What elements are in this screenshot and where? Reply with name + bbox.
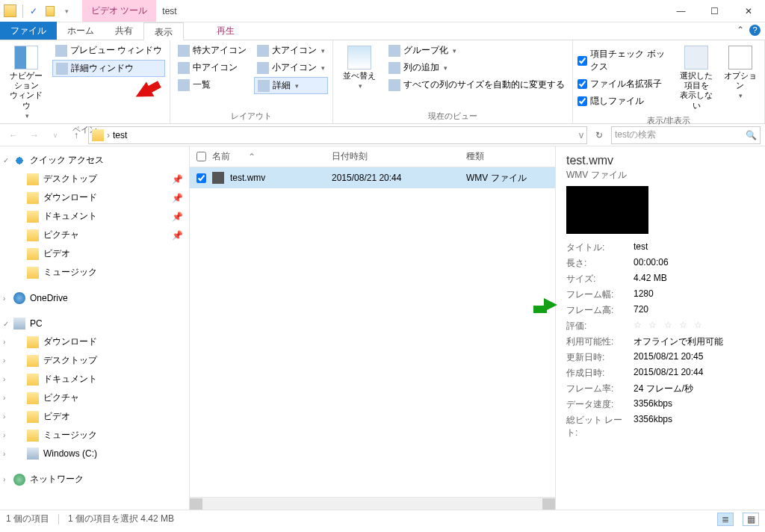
layout-small-button[interactable]: 小アイコン▾ [254,60,328,75]
nav-desktop[interactable]: デスクトップ📌 [0,170,189,188]
nav-downloads[interactable]: ダウンロード📌 [0,188,189,207]
help-button[interactable]: ? [749,25,761,36]
extensions-checkbox[interactable]: ファイル名拡張子 [577,77,672,91]
scroll-left-button[interactable] [190,498,202,510]
autofit-button[interactable]: すべての列のサイズを自動的に変更する [385,77,568,93]
maximize-button[interactable]: ☐ [698,0,731,22]
nav-pictures[interactable]: ピクチャ📌 [0,226,189,244]
nav-documents[interactable]: ドキュメント📌 [0,207,189,226]
layout-details-button[interactable]: 詳細▾ [254,77,328,94]
ribbon-collapse-button[interactable]: ⌃ [737,25,744,35]
sort-button[interactable]: 並べ替え ▾ [338,43,381,109]
column-type[interactable]: 種類 [466,150,555,163]
chevron-down-icon[interactable]: ✓ [3,320,9,328]
addcolumns-button[interactable]: 列の追加▾ [385,60,568,75]
file-list[interactable]: 名前⌃ 日付時刻 種類 test.wmv 2015/08/21 20:44 WM… [190,146,556,510]
chevron-right-icon[interactable]: › [3,431,5,439]
refresh-button[interactable]: ↻ [590,126,608,144]
layout-large-button[interactable]: 大アイコン▾ [254,43,328,58]
recent-button[interactable]: v [46,126,64,144]
chevron-down-icon: ▾ [295,82,299,90]
detail-row: タイトル:test [566,240,755,256]
back-button[interactable]: ← [4,126,22,144]
nav-network[interactable]: ›ネットワーク [0,470,189,489]
nav-pc-videos[interactable]: ›ビデオ [0,407,189,426]
tab-file[interactable]: ファイル [0,22,57,40]
chevron-right-icon[interactable]: › [3,294,5,303]
chevron-down-icon[interactable]: ✓ [3,156,9,164]
breadcrumb[interactable]: › test v [88,126,587,144]
folder-icon [27,374,39,386]
disk-icon [27,448,39,460]
file-row[interactable]: test.wmv 2015/08/21 20:44 WMV ファイル [190,167,555,188]
qat-customize-button[interactable]: ▾ [58,3,75,19]
detail-row: 評価:☆ ☆ ☆ ☆ ☆ [566,318,755,334]
nav-pc[interactable]: ✓PC [0,315,189,332]
nav-pc-downloads[interactable]: ›ダウンロード [0,332,189,351]
hiddenitems-checkbox[interactable]: 隠しファイル [577,94,672,108]
pin-icon: 📌 [172,230,183,241]
nav-pc-music[interactable]: ›ミュージック [0,426,189,445]
chevron-right-icon[interactable]: › [3,375,5,383]
nav-pc-desktop[interactable]: ›デスクトップ [0,351,189,370]
minimize-button[interactable]: — [664,0,698,22]
navigation-pane[interactable]: ✓クイック アクセス デスクトップ📌 ダウンロード📌 ドキュメント📌 ピクチャ📌… [0,146,190,510]
list-icon [178,79,190,91]
chevron-right-icon[interactable]: › [3,394,5,402]
detail-row: フレーム率:24 フレーム/秒 [566,381,755,397]
chevron-right-icon[interactable]: › [107,130,110,140]
hideselected-button[interactable]: 選択した項目を 表示しない [677,43,716,114]
chevron-right-icon[interactable]: › [3,475,5,483]
chevron-right-icon[interactable]: › [3,412,5,421]
layout-list-button[interactable]: 一覧 [175,77,250,93]
rating-stars[interactable]: ☆ ☆ ☆ ☆ ☆ [634,318,755,334]
options-button[interactable]: オプション ▾ [720,43,760,114]
qat-properties-button[interactable]: ✓ [25,3,42,19]
view-details-button[interactable]: ≣ [717,513,734,526]
scroll-right-button[interactable] [542,498,555,510]
nav-pc-pictures[interactable]: ›ピクチャ [0,389,189,407]
chevron-right-icon[interactable]: › [3,356,5,365]
itemcheckboxes-checkbox[interactable]: 項目チェック ボックス [577,47,672,74]
nav-pc-documents[interactable]: ›ドキュメント [0,370,189,389]
autofit-icon [388,79,400,91]
nav-music[interactable]: ミュージック [0,263,189,282]
row-checkbox[interactable] [196,173,206,183]
up-button[interactable]: ↑ [67,126,85,144]
nav-quick-access[interactable]: ✓クイック アクセス [0,151,189,170]
chevron-right-icon[interactable]: › [3,338,5,346]
column-date[interactable]: 日付時刻 [332,150,466,163]
chevron-down-icon: ▾ [321,47,325,55]
groupby-button[interactable]: グループ化▾ [385,43,568,58]
layout-medium-button[interactable]: 中アイコン [175,60,250,75]
qat-newfolder-button[interactable] [42,3,58,19]
detail-row: 更新日時:2015/08/21 20:45 [566,350,755,365]
details-pane-button[interactable]: 詳細ウィンドウ [52,60,165,77]
view-largeicons-button[interactable]: ▦ [743,513,759,526]
folder-icon [27,430,39,442]
search-input[interactable]: testの検索 🔍 [611,126,761,144]
search-icon: 🔍 [746,130,757,140]
breadcrumb-segment[interactable]: test [113,130,127,140]
breadcrumb-dropdown[interactable]: v [579,130,583,140]
nav-videos[interactable]: ビデオ [0,244,189,263]
ribbon-group-label: 現在のビュー [338,109,568,123]
tab-share[interactable]: 共有 [105,22,143,40]
horizontal-scrollbar[interactable] [190,497,555,510]
detail-row: サイズ:4.42 MB [566,271,755,287]
chevron-right-icon[interactable]: › [3,450,5,458]
nav-windows-c[interactable]: ›Windows (C:) [0,445,189,463]
navigation-pane-button[interactable]: ナビゲーション ウィンドウ ▾ [4,43,48,123]
selectall-checkbox[interactable] [190,152,212,161]
layout-extralarge-button[interactable]: 特大アイコン [175,43,250,58]
tab-home[interactable]: ホーム [57,22,105,40]
tab-play[interactable]: 再生 [206,22,245,40]
detail-row: フレーム幅:1280 [566,287,755,303]
forward-button[interactable]: → [25,126,43,144]
tab-view[interactable]: 表示 [143,22,184,40]
close-button[interactable]: ✕ [731,0,765,22]
column-name[interactable]: 名前⌃ [212,150,332,163]
ribbon-tabs: ファイル ホーム 共有 表示 再生 ⌃ ? [0,22,765,40]
preview-pane-button[interactable]: プレビュー ウィンドウ [52,43,165,58]
nav-onedrive[interactable]: ›OneDrive [0,289,189,307]
